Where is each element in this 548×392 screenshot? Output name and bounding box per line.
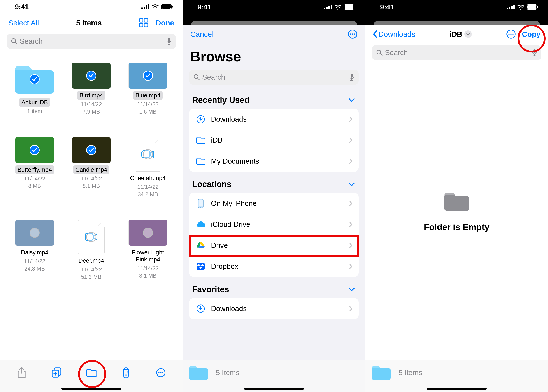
- svg-point-47: [200, 207, 201, 208]
- checkmark-icon: [143, 71, 153, 81]
- list-row[interactable]: iCloud Drive: [189, 214, 359, 235]
- more-button[interactable]: [348, 29, 357, 39]
- search-input[interactable]: [20, 37, 166, 45]
- svg-rect-3: [148, 4, 149, 9]
- dictation-icon[interactable]: [532, 49, 537, 56]
- file-name: Candle.mp4: [73, 165, 109, 174]
- file-name: Butterfly.mp4: [15, 165, 54, 174]
- list-row[interactable]: Drive: [189, 235, 359, 256]
- move-button[interactable]: [86, 367, 97, 378]
- status-time: 9:41: [15, 3, 29, 11]
- file-item[interactable]: Cheetah.mp411/14/2234.2 MB: [120, 137, 176, 198]
- file-grid[interactable]: Ankur iDB1 itemBird.mp411/14/227.9 MBBlu…: [0, 52, 183, 360]
- file-name: Cheetah.mp4: [128, 174, 168, 182]
- file-name: Deer.mp4: [76, 256, 106, 265]
- select-all-button[interactable]: Select All: [8, 19, 39, 27]
- bottom-toolbar: [0, 360, 183, 385]
- chevron-right-icon: [349, 158, 353, 164]
- svg-rect-33: [345, 5, 353, 9]
- nav-bar: Select All 5 Items Done: [0, 14, 183, 32]
- chevron-down-icon: [349, 288, 355, 292]
- file-item[interactable]: Blue.mp411/14/221.6 MB: [120, 63, 176, 115]
- list-row[interactable]: On My iPhone: [189, 193, 359, 214]
- file-item[interactable]: Butterfly.mp411/14/228 MB: [7, 137, 62, 198]
- svg-rect-13: [168, 38, 170, 42]
- svg-point-26: [160, 372, 162, 373]
- nav-title[interactable]: iDB: [415, 30, 506, 39]
- file-name: Blue.mp4: [133, 91, 163, 100]
- back-button[interactable]: Downloads: [373, 30, 415, 39]
- home-indicator: [0, 385, 183, 392]
- search-bar[interactable]: [189, 70, 359, 85]
- duplicate-icon: [51, 367, 62, 378]
- empty-folder-icon: [443, 191, 471, 213]
- share-button[interactable]: [16, 367, 27, 378]
- home-indicator: [183, 385, 365, 392]
- file-item[interactable]: Daisy.mp411/14/2224.8 MB: [7, 220, 62, 281]
- duplicate-button[interactable]: [51, 367, 62, 378]
- row-label: Downloads: [211, 115, 349, 123]
- unchecked-circle-icon: [29, 228, 40, 238]
- svg-point-27: [162, 372, 164, 373]
- svg-rect-10: [144, 23, 148, 27]
- file-item[interactable]: Deer.mp411/14/2251.3 MB: [64, 220, 119, 281]
- svg-rect-34: [355, 6, 356, 8]
- svg-rect-52: [511, 6, 512, 9]
- search-bar[interactable]: [372, 45, 541, 60]
- file-meta: 11/14/2224.8 MB: [24, 258, 45, 273]
- list-row[interactable]: iDB: [189, 130, 359, 151]
- list-locations: On My iPhoneiCloud DriveDriveDropbox: [189, 193, 359, 277]
- row-label: iDB: [211, 136, 349, 144]
- chevron-down-icon: [349, 182, 355, 186]
- search-input[interactable]: [202, 73, 349, 81]
- signal-icon: [507, 5, 515, 9]
- search-bar[interactable]: [7, 34, 176, 49]
- trash-icon: [121, 367, 131, 378]
- modal-sheet-top: [183, 14, 365, 25]
- cancel-button[interactable]: Cancel: [190, 30, 214, 39]
- chevron-right-icon: [349, 116, 353, 122]
- strip-label: 5 Items: [399, 369, 422, 377]
- battery-icon: [161, 4, 173, 9]
- status-time: 9:41: [380, 3, 394, 11]
- dropbox-icon: [194, 262, 207, 271]
- search-input[interactable]: [385, 49, 532, 57]
- chevron-right-icon: [349, 201, 353, 206]
- battery-icon: [344, 4, 356, 10]
- share-icon: [17, 367, 26, 378]
- list-row[interactable]: My Documents: [189, 151, 359, 172]
- section-header-recent[interactable]: Recently Used: [183, 87, 365, 109]
- file-item[interactable]: Ankur iDB1 item: [7, 63, 62, 115]
- svg-rect-8: [144, 19, 148, 22]
- ellipsis-circle-icon: [348, 29, 357, 39]
- chevron-right-icon: [349, 243, 353, 248]
- file-meta: 11/14/2251.3 MB: [80, 266, 102, 281]
- svg-rect-31: [331, 5, 332, 9]
- view-mode-button[interactable]: [139, 18, 148, 27]
- list-row[interactable]: Downloads: [189, 109, 359, 130]
- wifi-icon: [151, 4, 159, 9]
- signal-icon: [141, 4, 149, 9]
- section-label: Locations: [192, 180, 231, 189]
- title-dropdown-icon: [464, 30, 472, 38]
- file-item[interactable]: Bird.mp411/14/227.9 MB: [64, 63, 119, 115]
- copy-button[interactable]: Copy: [522, 30, 541, 39]
- file-meta: 11/14/2234.2 MB: [137, 183, 158, 198]
- file-item[interactable]: Flower Light Pink.mp411/14/223.1 MB: [120, 220, 176, 281]
- file-item[interactable]: Candle.mp411/14/228.1 MB: [64, 137, 119, 198]
- svg-line-21: [125, 371, 125, 376]
- status-bar: 9:41: [0, 0, 183, 14]
- dictation-icon[interactable]: [166, 38, 171, 45]
- section-header-favorites[interactable]: Favorites: [183, 277, 365, 298]
- more-button[interactable]: [506, 29, 516, 39]
- delete-button[interactable]: [121, 367, 132, 378]
- list-row[interactable]: Dropbox: [189, 256, 359, 277]
- more-button[interactable]: [155, 367, 166, 378]
- svg-point-59: [510, 34, 512, 35]
- dictation-icon[interactable]: [349, 73, 354, 81]
- done-button[interactable]: Done: [156, 19, 174, 27]
- svg-rect-28: [324, 8, 325, 9]
- section-header-locations[interactable]: Locations: [183, 172, 365, 193]
- list-row[interactable]: Downloads: [189, 298, 359, 319]
- file-meta: 11/14/228 MB: [24, 175, 45, 190]
